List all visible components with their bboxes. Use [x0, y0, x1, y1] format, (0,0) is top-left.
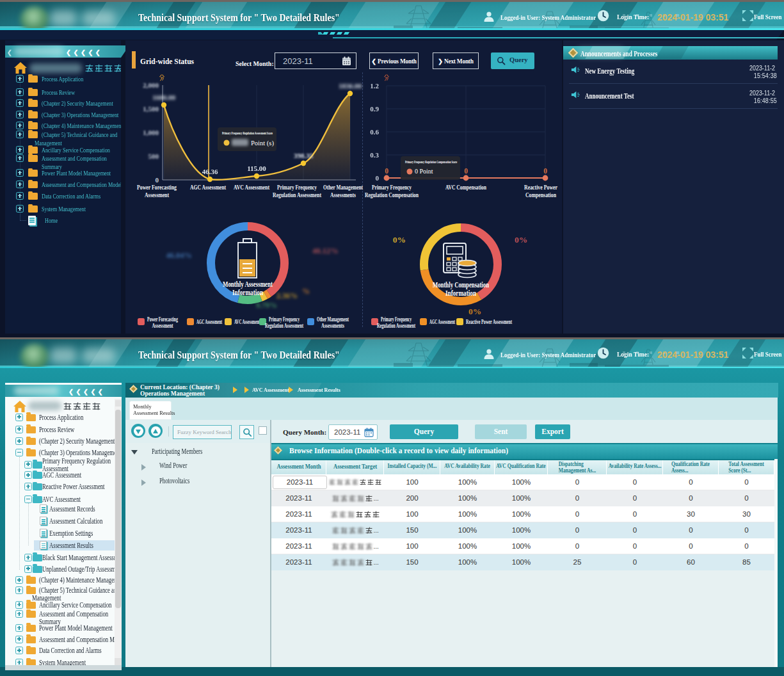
svg-text:0: 0 — [464, 167, 468, 175]
svg-text:Regulation Assessment: Regulation Assessment — [377, 323, 416, 329]
svg-text:Information: Information — [445, 289, 476, 297]
svg-text:0 Point: 0 Point — [415, 168, 433, 175]
svg-text:46.04%: 46.04% — [166, 251, 192, 260]
svg-text:AGC Assessment: AGC Assessment — [190, 184, 226, 191]
svg-text:398.35: 398.35 — [294, 152, 314, 159]
svg-text:0.9: 0.9 — [370, 105, 379, 113]
svg-text:Power Forecasting: Power Forecasting — [137, 184, 177, 191]
svg-text:%: % — [302, 287, 310, 296]
svg-text:Assessment: Assessment — [152, 323, 174, 329]
svg-text:Compensation: Compensation — [525, 191, 556, 198]
svg-text:1.2: 1.2 — [370, 82, 379, 90]
svg-text:46.36: 46.36 — [202, 168, 218, 175]
svg-text:Power Forecasting: Power Forecasting — [147, 316, 178, 323]
svg-text:0.6: 0.6 — [370, 128, 379, 136]
svg-text:Information: Information — [232, 289, 263, 296]
svg-text:Assessments: Assessments — [321, 323, 344, 329]
svg-text:Monthly Assessment: Monthly Assessment — [223, 280, 273, 289]
svg-text:0: 0 — [543, 167, 547, 175]
svg-text:0%: 0% — [393, 235, 406, 245]
svg-text:Assessments: Assessments — [330, 191, 356, 198]
svg-text:40.12%: 40.12% — [312, 246, 339, 255]
svg-text:Other Management: Other Management — [323, 184, 363, 191]
svg-text:2.36%: 2.36% — [276, 291, 298, 300]
svg-text:Monthly Compensation: Monthly Compensation — [433, 281, 489, 289]
svg-text:0%: 0% — [515, 235, 527, 245]
svg-text:0.3: 0.3 — [370, 151, 379, 159]
svg-text:Primary Frequency Regulation A: Primary Frequency Regulation Assessment … — [222, 131, 273, 135]
svg-text:Primary Frequency: Primary Frequency — [381, 316, 412, 323]
svg-text:Regulation Compensation: Regulation Compensation — [365, 191, 419, 198]
svg-text:Regulation Assessment: Regulation Assessment — [273, 191, 321, 198]
svg-text:AVC Assessment: AVC Assessment — [234, 319, 260, 325]
svg-text:Other Management: Other Management — [317, 316, 349, 323]
svg-text:0: 0 — [376, 174, 380, 182]
svg-text:1,000: 1,000 — [143, 129, 159, 136]
svg-text:0%: 0% — [468, 307, 481, 316]
svg-text:Reactive Power: Reactive Power — [524, 184, 557, 191]
svg-text:Point (s): Point (s) — [251, 140, 274, 147]
svg-text:1,500: 1,500 — [143, 105, 159, 113]
svg-text:AGC Assessment: AGC Assessment — [429, 319, 456, 325]
svg-text:Primary Frequency Regulation C: Primary Frequency Regulation Compensatio… — [405, 159, 457, 164]
svg-text:AVC Assessment: AVC Assessment — [234, 184, 269, 191]
svg-text:AGC Assessment: AGC Assessment — [196, 319, 223, 325]
svg-text:1836.00: 1836.00 — [339, 82, 362, 90]
svg-text:0: 0 — [156, 176, 159, 184]
svg-text:500: 500 — [148, 152, 159, 160]
svg-text:9.79%: 9.79% — [256, 301, 277, 310]
svg-text:Reactive Power Assessment: Reactive Power Assessment — [466, 319, 513, 325]
svg-text:Regulation Assessment: Regulation Assessment — [265, 323, 304, 329]
svg-text:0: 0 — [385, 167, 388, 175]
svg-text:Assessment: Assessment — [145, 191, 169, 198]
svg-text:Primary Frequency: Primary Frequency — [277, 184, 317, 191]
svg-text:Primary Frequency: Primary Frequency — [269, 316, 300, 323]
svg-text:Primary Frequency: Primary Frequency — [372, 184, 412, 191]
svg-text:2,000: 2,000 — [143, 81, 159, 89]
svg-text:115.00: 115.00 — [247, 165, 266, 172]
svg-text:1600.00: 1600.00 — [152, 93, 175, 101]
svg-text:AVC Compensation: AVC Compensation — [445, 184, 486, 191]
